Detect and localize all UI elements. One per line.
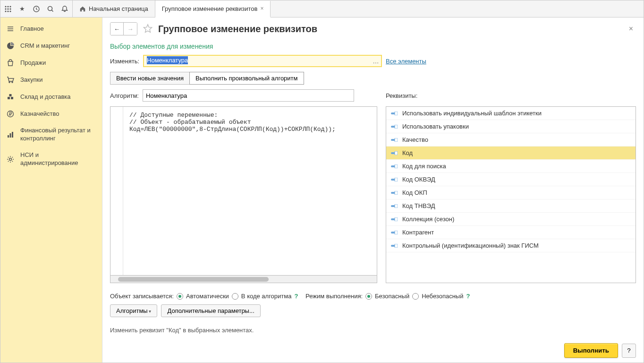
radio-unsafe[interactable] — [412, 293, 419, 300]
attribute-item[interactable]: Контрольный (идентификационный) знак ГИС… — [386, 239, 636, 252]
svg-rect-40 — [395, 231, 398, 234]
nav-admin[interactable]: НСИ и администрирование — [0, 147, 102, 172]
value-mode-tabs: Ввести новые значения Выполнить произвол… — [110, 72, 636, 85]
nav-main[interactable]: Главное — [0, 20, 102, 37]
svg-rect-22 — [395, 112, 398, 115]
attribute-item[interactable]: Коллекция (сезон) — [386, 213, 636, 226]
attribute-item[interactable]: Код ОКВЭД — [386, 173, 636, 186]
pie-icon — [6, 42, 15, 50]
attribute-item[interactable]: Код — [386, 147, 636, 160]
main-panel: ← → Групповое изменение реквизитов × Выб… — [102, 17, 644, 363]
status-text: Изменить реквизит "Код" в выбранных элем… — [110, 327, 636, 334]
apps-icon[interactable] — [4, 5, 12, 13]
svg-point-12 — [12, 82, 13, 83]
search-icon[interactable] — [47, 5, 54, 13]
attribute-icon — [391, 125, 398, 129]
close-page-icon[interactable]: × — [626, 25, 636, 33]
svg-rect-24 — [395, 125, 398, 129]
svg-rect-28 — [395, 151, 398, 155]
help-icon[interactable]: ? — [294, 293, 298, 300]
attribute-icon — [391, 151, 398, 155]
change-input[interactable]: Номенклатура — [143, 55, 382, 67]
ellipsis-button[interactable]: … — [371, 56, 381, 66]
requisites-label: Реквизиты: — [386, 92, 636, 99]
chart-icon — [6, 130, 15, 139]
svg-point-4 — [7, 8, 8, 9]
algorithms-dropdown[interactable]: Алгоритмы — [110, 304, 157, 317]
attribute-item[interactable]: Код для поиска — [386, 160, 636, 173]
nav-label: Закупки — [20, 76, 42, 84]
tab-home[interactable]: Начальная страница — [73, 0, 155, 17]
attribute-item[interactable]: Код ОКП — [386, 186, 636, 199]
tab-active[interactable]: Групповое изменение реквизитов × — [155, 1, 271, 17]
boxes-icon — [6, 93, 15, 101]
execute-button[interactable]: Выполнить — [564, 343, 618, 358]
radio-safe[interactable] — [365, 293, 372, 300]
scrollbar-thumb[interactable] — [118, 277, 269, 282]
tab-active-label: Групповое изменение реквизитов — [162, 5, 258, 12]
tab-algorithm[interactable]: Выполнить произвольный алгоритм — [189, 72, 304, 85]
horizontal-scrollbar[interactable] — [110, 276, 377, 283]
history-icon[interactable] — [33, 5, 40, 13]
nav-treasury[interactable]: Казначейство — [0, 105, 102, 122]
attribute-label: Коллекция (сезон) — [402, 216, 454, 223]
nav-warehouse[interactable]: Склад и доставка — [0, 88, 102, 105]
favorite-star-icon[interactable] — [142, 23, 153, 35]
algorithm-label: Алгоритм: — [110, 92, 139, 99]
nav-sales[interactable]: Продажи — [0, 54, 102, 71]
attribute-label: Код ОКП — [402, 189, 427, 196]
gear-icon — [6, 155, 15, 164]
attribute-icon — [391, 112, 398, 115]
back-arrow[interactable]: ← — [110, 23, 124, 35]
radio-auto-label: Автоматически — [186, 293, 229, 300]
forward-arrow[interactable]: → — [124, 23, 137, 35]
menu-icon — [6, 25, 15, 33]
tab-close-icon[interactable]: × — [260, 5, 263, 12]
section-title: Выбор элементов для изменения — [110, 43, 636, 50]
algorithm-input[interactable] — [143, 89, 354, 102]
attribute-label: Использовать упаковки — [402, 123, 469, 130]
bag-icon — [6, 59, 15, 67]
nav-label: Продажи — [20, 59, 46, 67]
attribute-icon — [391, 138, 398, 142]
svg-point-7 — [7, 10, 8, 12]
nav-label: CRM и маркетинг — [20, 42, 70, 50]
svg-rect-34 — [395, 191, 398, 195]
attribute-icon — [391, 217, 398, 221]
radio-auto[interactable] — [177, 293, 183, 300]
code-editor[interactable]: // Доступные переменные: // Объект - обр… — [110, 106, 377, 276]
svg-rect-17 — [8, 135, 9, 138]
attribute-item[interactable]: Использовать упаковки — [386, 120, 636, 133]
attribute-item[interactable]: Код ТНВЭД — [386, 199, 636, 213]
help-button[interactable]: ? — [622, 344, 636, 358]
svg-point-1 — [7, 6, 8, 7]
all-elements-link[interactable]: Все элементы — [386, 58, 426, 65]
attribute-item[interactable]: Качество — [386, 133, 636, 147]
svg-rect-19 — [12, 132, 13, 138]
attribute-item[interactable]: Использовать индивидуальный шаблон этике… — [386, 107, 636, 120]
nav-finance[interactable]: Финансовый результат и контроллинг — [0, 122, 102, 147]
sidebar: Главное CRM и маркетинг Продажи Закупки … — [0, 17, 102, 363]
radio-in-code[interactable] — [232, 293, 238, 300]
svg-point-3 — [5, 8, 6, 9]
radio-unsafe-label: Небезопасный — [422, 293, 463, 300]
attribute-icon — [391, 204, 398, 208]
svg-point-8 — [9, 10, 11, 12]
topbar-icon-group: ★ — [0, 0, 73, 17]
bell-icon[interactable] — [61, 5, 68, 13]
save-mode-label: Объект записывается: — [110, 293, 174, 300]
star-icon[interactable]: ★ — [18, 5, 26, 13]
tab-new-values[interactable]: Ввести новые значения — [110, 72, 190, 85]
nav-purchases[interactable]: Закупки — [0, 71, 102, 88]
svg-rect-18 — [10, 133, 11, 138]
extra-params-button[interactable]: Дополнительные параметры... — [161, 304, 260, 317]
attribute-item[interactable]: Контрагент — [386, 226, 636, 239]
attributes-list[interactable]: Использовать индивидуальный шаблон этике… — [386, 106, 636, 283]
help-icon[interactable]: ? — [466, 293, 470, 300]
options-row: Объект записывается: Автоматически В код… — [110, 293, 636, 300]
svg-point-6 — [5, 10, 6, 12]
svg-point-20 — [9, 158, 12, 160]
nav-crm[interactable]: CRM и маркетинг — [0, 37, 102, 54]
svg-rect-32 — [395, 178, 398, 182]
page-header: ← → Групповое изменение реквизитов × — [102, 17, 644, 39]
